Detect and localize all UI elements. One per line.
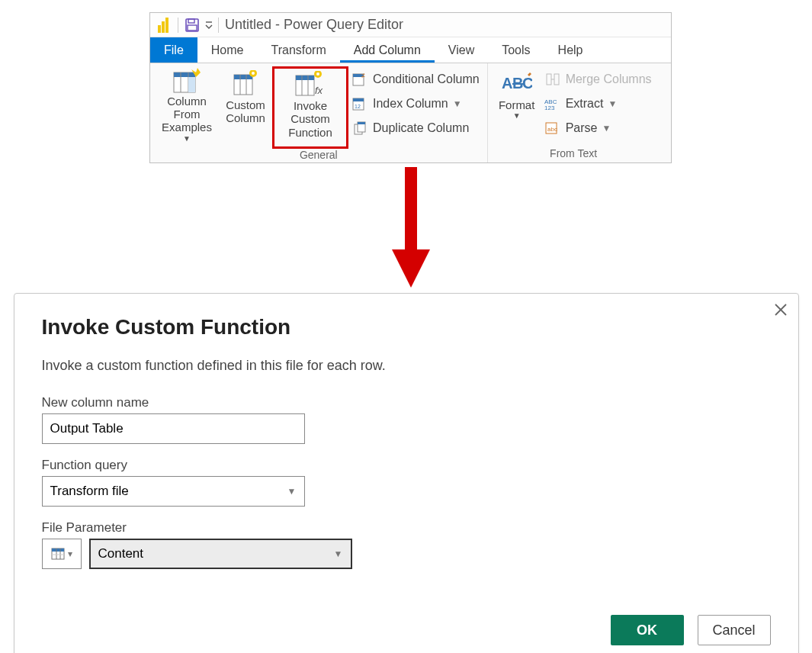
duplicate-column-button[interactable]: Duplicate Column (351, 118, 480, 138)
ribbon-tabs: File Home Transform Add Column View Tool… (150, 37, 671, 63)
svg-rect-2 (165, 18, 168, 33)
invoke-custom-function-button[interactable]: fx Invoke Custom Function (272, 66, 348, 149)
function-query-dropdown[interactable]: Transform file ▼ (42, 476, 305, 507)
svg-rect-44 (405, 167, 417, 251)
duplicate-column-icon (351, 120, 368, 137)
dialog-button-row: OK Cancel (42, 615, 771, 645)
tab-view[interactable]: View (435, 37, 488, 63)
parse-label: Parse (566, 121, 598, 135)
conditional-column-icon: ≠ (351, 71, 368, 88)
svg-rect-20 (296, 76, 314, 80)
titlebar: Untitled - Power Query Editor (150, 13, 671, 37)
ok-button[interactable]: OK (611, 615, 684, 645)
svg-rect-30 (353, 98, 364, 101)
column-from-examples-icon (173, 68, 201, 95)
dropdown-caret-icon: ▼ (602, 123, 611, 133)
dialog-title: Invoke Custom Function (42, 315, 771, 339)
index-column-icon: 12 (351, 95, 368, 112)
parse-icon: abc (544, 120, 561, 137)
duplicate-column-label: Duplicate Column (373, 121, 469, 135)
svg-rect-14 (234, 75, 252, 79)
file-parameter-dropdown[interactable]: Content ▼ (89, 539, 352, 569)
svg-rect-49 (52, 548, 64, 552)
svg-rect-5 (188, 25, 197, 31)
extract-label: Extract (566, 97, 604, 111)
titlebar-separator-2 (218, 18, 219, 33)
column-from-examples-button[interactable]: Column From Examples ▼ (155, 66, 219, 143)
from-text-small-buttons: Merge Columns ABC123 Extract ▼ abc Parse (541, 66, 655, 141)
power-query-editor-window: Untitled - Power Query Editor File Home … (149, 12, 672, 163)
close-button[interactable] (774, 303, 788, 320)
tab-add-column[interactable]: Add Column (340, 37, 435, 63)
dialog-description: Invoke a custom function defined in this… (42, 358, 771, 374)
format-label: Format (499, 98, 535, 111)
conditional-column-button[interactable]: ≠ Conditional Column (351, 69, 480, 89)
svg-marker-45 (392, 249, 430, 288)
titlebar-separator (178, 18, 178, 33)
svg-text:C: C (522, 75, 532, 92)
ribbon-body: Column From Examples ▼ Custom Column (150, 63, 671, 162)
index-column-button[interactable]: 12 Index Column ▼ (351, 94, 480, 114)
extract-button[interactable]: ABC123 Extract ▼ (544, 94, 652, 114)
column-from-examples-label: Column From Examples (155, 95, 219, 134)
qat-dropdown[interactable] (203, 14, 215, 36)
save-button[interactable] (181, 14, 203, 36)
parameter-type-picker[interactable]: ▾ (42, 539, 82, 569)
custom-column-icon (233, 68, 258, 98)
function-query-label: Function query (42, 458, 771, 473)
tab-transform[interactable]: Transform (257, 37, 339, 63)
svg-rect-8 (174, 72, 195, 77)
dropdown-caret-icon: ▼ (453, 98, 462, 109)
tab-file[interactable]: File (150, 37, 197, 63)
window-title: Untitled - Power Query Editor (222, 17, 403, 33)
svg-rect-1 (162, 21, 165, 33)
tab-home[interactable]: Home (197, 37, 258, 63)
cancel-button[interactable]: Cancel (698, 615, 771, 645)
merge-columns-label: Merge Columns (566, 72, 652, 86)
merge-columns-button[interactable]: Merge Columns (544, 69, 652, 89)
svg-text:12: 12 (355, 104, 361, 109)
svg-point-24 (316, 72, 319, 76)
svg-text:abc: abc (547, 126, 557, 133)
chevron-down-icon: ▾ (68, 548, 72, 559)
chevron-down-icon: ▼ (334, 548, 343, 559)
new-column-name-label: New column name (42, 395, 771, 410)
svg-text:fx: fx (315, 85, 323, 96)
format-button[interactable]: A B C Format ▼ (493, 66, 541, 143)
table-icon (51, 548, 65, 560)
tab-help[interactable]: Help (544, 37, 597, 63)
ribbon-group-general: Column From Examples ▼ Custom Column (150, 63, 488, 162)
svg-rect-11 (188, 77, 195, 92)
file-parameter-value: Content (98, 546, 144, 561)
svg-rect-34 (358, 122, 365, 124)
dropdown-caret-icon: ▼ (513, 111, 521, 121)
group-label-from-text: From Text (550, 147, 597, 161)
close-icon (774, 303, 788, 317)
conditional-column-label: Conditional Column (373, 72, 480, 86)
powerbi-app-icon (153, 14, 175, 36)
dropdown-caret-icon: ▼ (183, 134, 191, 143)
svg-text:123: 123 (544, 105, 555, 111)
svg-point-18 (252, 72, 255, 75)
format-icon: A B C (502, 68, 532, 98)
group-label-general: General (300, 149, 338, 162)
merge-columns-icon (544, 71, 561, 88)
new-column-name-input[interactable] (42, 413, 305, 444)
custom-column-button[interactable]: Custom Column (219, 66, 272, 143)
invoke-custom-function-dialog: Invoke Custom Function Invoke a custom f… (14, 293, 799, 653)
tab-tools[interactable]: Tools (488, 37, 544, 63)
invoke-custom-function-label: Invoke Custom Function (274, 99, 346, 139)
function-query-value: Transform file (50, 484, 129, 499)
dropdown-caret-icon: ▼ (608, 98, 617, 109)
ribbon-group-from-text: A B C Format ▼ Merge Columns (488, 63, 660, 162)
file-parameter-label: File Parameter (42, 520, 771, 536)
parse-button[interactable]: abc Parse ▼ (544, 118, 652, 138)
svg-rect-38 (547, 74, 551, 85)
invoke-custom-function-icon: fx (295, 69, 326, 99)
svg-text:A: A (502, 75, 512, 92)
annotation-arrow (149, 163, 672, 293)
custom-column-label: Custom Column (219, 98, 272, 125)
extract-icon: ABC123 (544, 95, 561, 112)
general-small-buttons: ≠ Conditional Column 12 Index Column ▼ (348, 66, 483, 141)
svg-rect-39 (554, 74, 559, 85)
